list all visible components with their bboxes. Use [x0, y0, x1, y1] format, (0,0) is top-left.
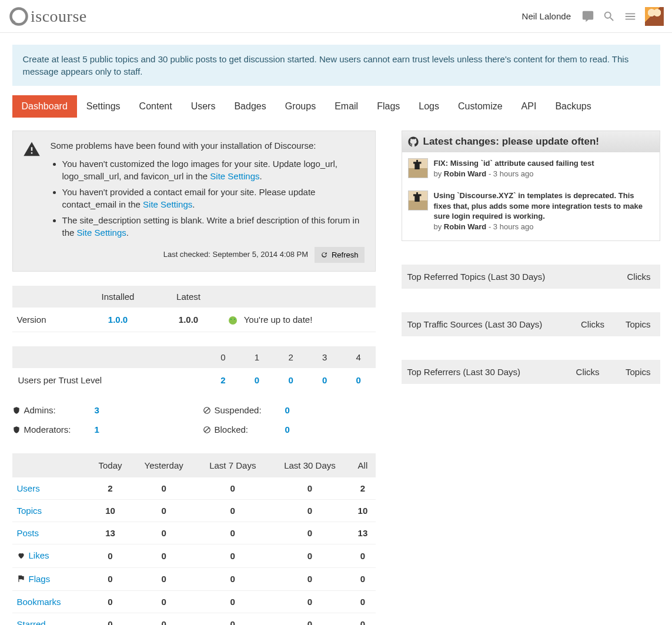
- suspended-count[interactable]: 0: [285, 405, 290, 415]
- stats-value: 0: [350, 544, 375, 568]
- last-checked: Last checked: September 5, 2014 4:08 PM: [163, 250, 308, 259]
- site-settings-link[interactable]: Site Settings: [77, 228, 126, 238]
- change-item[interactable]: FIX: Missing `id` attribute caused faili…: [402, 152, 660, 185]
- nav-badges[interactable]: Badges: [225, 95, 275, 118]
- stats-value: 0: [270, 613, 350, 625]
- stats-label[interactable]: Starred: [17, 619, 46, 625]
- stats-value: 0: [196, 613, 270, 625]
- nav-dashboard[interactable]: Dashboard: [12, 95, 77, 118]
- change-item[interactable]: FIX: vBulletin pre-processing regexes or…: [402, 238, 660, 240]
- problem-item: The site_description setting is blank. W…: [62, 214, 365, 239]
- stats-value: 10: [89, 500, 132, 522]
- ban-icon: [203, 426, 211, 434]
- stats-value: 0: [132, 522, 195, 544]
- top-traffic-sources: Top Traffic Sources (Last 30 Days) Click…: [402, 312, 660, 336]
- site-settings-link[interactable]: Site Settings: [143, 199, 192, 209]
- nav-customize[interactable]: Customize: [449, 95, 512, 118]
- problem-item: You haven't provided a contact email for…: [62, 186, 365, 210]
- stats-value: 0: [270, 477, 350, 500]
- stats-row: Users20002: [12, 477, 376, 500]
- blocked-count[interactable]: 0: [285, 425, 290, 435]
- stats-value: 0: [270, 522, 350, 544]
- stats-value: 0: [350, 591, 375, 613]
- blocked-label: Blocked:: [215, 425, 249, 435]
- trust-value[interactable]: 0: [255, 375, 259, 385]
- stats-label[interactable]: Topics: [17, 506, 42, 516]
- moderators-label: Moderators:: [24, 425, 71, 435]
- stats-value: 0: [89, 544, 132, 568]
- problems-list: You haven't customized the logo images f…: [51, 158, 365, 239]
- site-logo[interactable]: iscourse: [8, 6, 87, 27]
- stats-row: Bookmarks00000: [12, 591, 376, 613]
- role-counts: Admins: 3 Moderators: 1 Suspended: 0 Blo…: [12, 400, 376, 439]
- stats-value: 0: [350, 567, 375, 591]
- nav-backups[interactable]: Backups: [546, 95, 600, 118]
- stats-value: 0: [350, 613, 375, 625]
- stats-label[interactable]: Posts: [17, 528, 39, 538]
- admin-nav: Dashboard Settings Content Users Badges …: [12, 95, 660, 118]
- stats-row: Flags00000: [12, 567, 376, 591]
- smiley-icon: [229, 316, 237, 325]
- trust-value[interactable]: 0: [322, 375, 327, 385]
- logo-text: iscourse: [31, 7, 87, 26]
- problem-item: You haven't customized the logo images f…: [62, 158, 365, 182]
- stats-value: 0: [132, 591, 195, 613]
- trust-value[interactable]: 0: [356, 375, 361, 385]
- nav-users[interactable]: Users: [182, 95, 225, 118]
- version-table: Installed Latest Version 1.0.0 1.0.0 You…: [12, 286, 376, 332]
- refresh-icon: [320, 251, 328, 259]
- stats-label[interactable]: Users: [17, 483, 40, 493]
- version-installed[interactable]: 1.0.0: [83, 308, 153, 332]
- trust-value[interactable]: 0: [288, 375, 293, 385]
- stats-row: Topics1000010: [12, 500, 376, 522]
- nav-content[interactable]: Content: [130, 95, 182, 118]
- search-icon[interactable]: [603, 10, 616, 23]
- trust-row-label: Users per Trust Level: [12, 368, 206, 392]
- commit-title: Using `Discourse.XYZ` in templates is de…: [434, 190, 654, 222]
- stats-value: 0: [270, 591, 350, 613]
- commit-title: FIX: Missing `id` attribute caused faili…: [434, 158, 594, 169]
- header-controls: Neil Lalonde: [522, 7, 664, 26]
- admins-count[interactable]: 3: [95, 405, 99, 415]
- problems-heading: Some problems have been found with your …: [51, 139, 365, 152]
- suspended-label: Suspended:: [215, 405, 262, 415]
- trust-value[interactable]: 2: [220, 375, 225, 385]
- stats-value: 0: [270, 544, 350, 568]
- stats-value: 0: [132, 544, 195, 568]
- stats-value: 0: [89, 613, 132, 625]
- user-avatar[interactable]: [645, 7, 664, 26]
- stats-value: 0: [196, 544, 270, 568]
- moderators-count[interactable]: 1: [95, 425, 99, 435]
- hamburger-icon[interactable]: [624, 10, 637, 23]
- site-settings-link[interactable]: Site Settings: [210, 171, 259, 181]
- refresh-button[interactable]: Refresh: [315, 247, 365, 263]
- commit-avatar: [408, 158, 428, 178]
- top-referred-topics: Top Referred Topics (Last 30 Days) Click…: [402, 265, 660, 289]
- trust-level-table: 0 1 2 3 4 Users per Trust Level 2 0 0 0 …: [12, 346, 376, 392]
- stats-value: 0: [89, 591, 132, 613]
- nav-api[interactable]: API: [512, 95, 546, 118]
- stats-label[interactable]: Flags: [29, 574, 51, 584]
- stats-label[interactable]: Bookmarks: [17, 597, 61, 607]
- stats-value: 0: [132, 613, 195, 625]
- stats-value: 0: [270, 567, 350, 591]
- speech-bubble-icon[interactable]: [581, 10, 594, 23]
- stats-value: 0: [270, 500, 350, 522]
- ban-icon: [203, 406, 211, 415]
- nav-email[interactable]: Email: [325, 95, 367, 118]
- change-item[interactable]: Using `Discourse.XYZ` in templates is de…: [402, 185, 660, 238]
- stats-value: 0: [196, 522, 270, 544]
- staff-notice: Create at least 5 public topics and 30 p…: [12, 45, 660, 86]
- stats-value: 13: [350, 522, 375, 544]
- stats-value: 0: [196, 591, 270, 613]
- nav-groups[interactable]: Groups: [276, 95, 325, 118]
- stats-value: 0: [132, 500, 195, 522]
- nav-logs[interactable]: Logs: [409, 95, 449, 118]
- stats-label[interactable]: Likes: [29, 550, 49, 560]
- latest-changes-panel: Latest changes: please update often! FIX…: [402, 131, 660, 241]
- heart-icon: [17, 552, 25, 562]
- stats-value: 0: [132, 567, 195, 591]
- current-user-name[interactable]: Neil Lalonde: [522, 11, 571, 21]
- nav-settings[interactable]: Settings: [77, 95, 130, 118]
- nav-flags[interactable]: Flags: [367, 95, 409, 118]
